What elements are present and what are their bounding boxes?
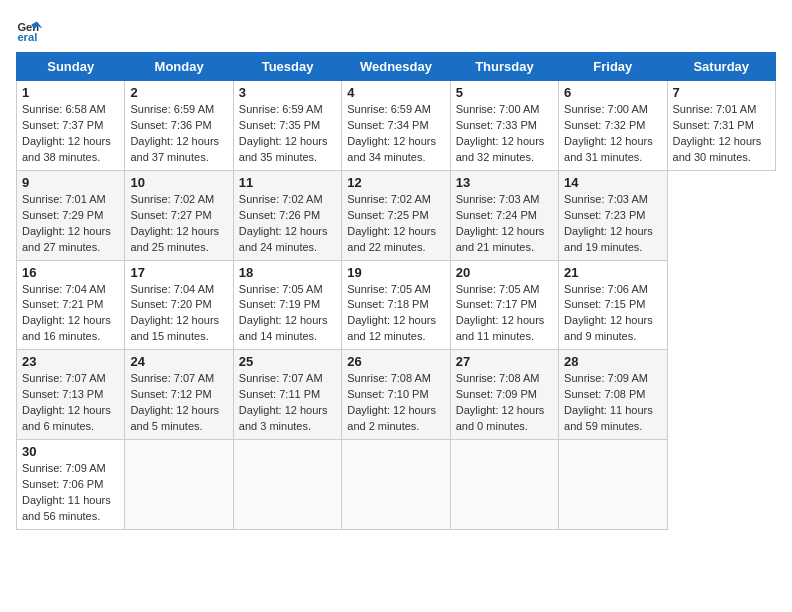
calendar-week-5: 30 Sunrise: 7:09 AM Sunset: 7:06 PM Dayl… [17,440,776,530]
day-number: 21 [564,265,661,280]
day-info: Sunrise: 7:04 AM Sunset: 7:20 PM Dayligh… [130,282,227,346]
day-number: 12 [347,175,444,190]
day-number: 20 [456,265,553,280]
day-info: Sunrise: 7:07 AM Sunset: 7:11 PM Dayligh… [239,371,336,435]
day-cell-6: 6 Sunrise: 7:00 AM Sunset: 7:32 PM Dayli… [559,81,667,171]
calendar-week-3: 16 Sunrise: 7:04 AM Sunset: 7:21 PM Dayl… [17,260,776,350]
dow-header-friday: Friday [559,53,667,81]
day-info: Sunrise: 6:59 AM Sunset: 7:35 PM Dayligh… [239,102,336,166]
day-info: Sunrise: 7:02 AM Sunset: 7:27 PM Dayligh… [130,192,227,256]
day-info: Sunrise: 7:09 AM Sunset: 7:06 PM Dayligh… [22,461,119,525]
day-number: 7 [673,85,770,100]
day-number: 19 [347,265,444,280]
day-cell-25: 25 Sunrise: 7:07 AM Sunset: 7:11 PM Dayl… [233,350,341,440]
day-cell-19: 19 Sunrise: 7:05 AM Sunset: 7:18 PM Dayl… [342,260,450,350]
day-cell-7: 7 Sunrise: 7:01 AM Sunset: 7:31 PM Dayli… [667,81,775,171]
day-cell-26: 26 Sunrise: 7:08 AM Sunset: 7:10 PM Dayl… [342,350,450,440]
day-info: Sunrise: 7:00 AM Sunset: 7:33 PM Dayligh… [456,102,553,166]
day-info: Sunrise: 7:04 AM Sunset: 7:21 PM Dayligh… [22,282,119,346]
day-number: 17 [130,265,227,280]
day-info: Sunrise: 7:00 AM Sunset: 7:32 PM Dayligh… [564,102,661,166]
dow-header-saturday: Saturday [667,53,775,81]
dow-header-sunday: Sunday [17,53,125,81]
day-number: 18 [239,265,336,280]
day-number: 2 [130,85,227,100]
day-info: Sunrise: 7:03 AM Sunset: 7:24 PM Dayligh… [456,192,553,256]
days-of-week-row: SundayMondayTuesdayWednesdayThursdayFrid… [17,53,776,81]
day-cell-23: 23 Sunrise: 7:07 AM Sunset: 7:13 PM Dayl… [17,350,125,440]
calendar-body: 1 Sunrise: 6:58 AM Sunset: 7:37 PM Dayli… [17,81,776,530]
svg-text:eral: eral [17,31,37,43]
day-info: Sunrise: 7:09 AM Sunset: 7:08 PM Dayligh… [564,371,661,435]
day-number: 16 [22,265,119,280]
day-number: 23 [22,354,119,369]
empty-cell [450,440,558,530]
day-cell-1: 1 Sunrise: 6:58 AM Sunset: 7:37 PM Dayli… [17,81,125,171]
day-cell-24: 24 Sunrise: 7:07 AM Sunset: 7:12 PM Dayl… [125,350,233,440]
day-cell-18: 18 Sunrise: 7:05 AM Sunset: 7:19 PM Dayl… [233,260,341,350]
day-cell-27: 27 Sunrise: 7:08 AM Sunset: 7:09 PM Dayl… [450,350,558,440]
day-number: 5 [456,85,553,100]
calendar-week-4: 23 Sunrise: 7:07 AM Sunset: 7:13 PM Dayl… [17,350,776,440]
day-cell-20: 20 Sunrise: 7:05 AM Sunset: 7:17 PM Dayl… [450,260,558,350]
day-info: Sunrise: 7:01 AM Sunset: 7:31 PM Dayligh… [673,102,770,166]
day-number: 26 [347,354,444,369]
dow-header-monday: Monday [125,53,233,81]
calendar-week-1: 1 Sunrise: 6:58 AM Sunset: 7:37 PM Dayli… [17,81,776,171]
day-cell-10: 10 Sunrise: 7:02 AM Sunset: 7:27 PM Dayl… [125,170,233,260]
day-number: 13 [456,175,553,190]
dow-header-tuesday: Tuesday [233,53,341,81]
day-cell-5: 5 Sunrise: 7:00 AM Sunset: 7:33 PM Dayli… [450,81,558,171]
day-info: Sunrise: 7:06 AM Sunset: 7:15 PM Dayligh… [564,282,661,346]
day-info: Sunrise: 7:02 AM Sunset: 7:25 PM Dayligh… [347,192,444,256]
day-number: 11 [239,175,336,190]
day-cell-28: 28 Sunrise: 7:09 AM Sunset: 7:08 PM Dayl… [559,350,667,440]
day-info: Sunrise: 6:59 AM Sunset: 7:36 PM Dayligh… [130,102,227,166]
day-cell-2: 2 Sunrise: 6:59 AM Sunset: 7:36 PM Dayli… [125,81,233,171]
day-info: Sunrise: 7:03 AM Sunset: 7:23 PM Dayligh… [564,192,661,256]
day-number: 27 [456,354,553,369]
dow-header-thursday: Thursday [450,53,558,81]
day-cell-21: 21 Sunrise: 7:06 AM Sunset: 7:15 PM Dayl… [559,260,667,350]
day-number: 10 [130,175,227,190]
empty-cell [233,440,341,530]
calendar-table: SundayMondayTuesdayWednesdayThursdayFrid… [16,52,776,530]
day-number: 14 [564,175,661,190]
day-cell-13: 13 Sunrise: 7:03 AM Sunset: 7:24 PM Dayl… [450,170,558,260]
day-info: Sunrise: 6:59 AM Sunset: 7:34 PM Dayligh… [347,102,444,166]
day-info: Sunrise: 7:05 AM Sunset: 7:19 PM Dayligh… [239,282,336,346]
empty-cell [125,440,233,530]
day-number: 3 [239,85,336,100]
logo-icon: Gen eral [16,16,44,44]
day-cell-14: 14 Sunrise: 7:03 AM Sunset: 7:23 PM Dayl… [559,170,667,260]
day-info: Sunrise: 7:01 AM Sunset: 7:29 PM Dayligh… [22,192,119,256]
day-info: Sunrise: 7:05 AM Sunset: 7:17 PM Dayligh… [456,282,553,346]
day-cell-17: 17 Sunrise: 7:04 AM Sunset: 7:20 PM Dayl… [125,260,233,350]
day-cell-9: 9 Sunrise: 7:01 AM Sunset: 7:29 PM Dayli… [17,170,125,260]
day-cell-12: 12 Sunrise: 7:02 AM Sunset: 7:25 PM Dayl… [342,170,450,260]
day-number: 25 [239,354,336,369]
day-info: Sunrise: 7:02 AM Sunset: 7:26 PM Dayligh… [239,192,336,256]
day-info: Sunrise: 7:08 AM Sunset: 7:10 PM Dayligh… [347,371,444,435]
dow-header-wednesday: Wednesday [342,53,450,81]
day-cell-3: 3 Sunrise: 6:59 AM Sunset: 7:35 PM Dayli… [233,81,341,171]
day-info: Sunrise: 7:08 AM Sunset: 7:09 PM Dayligh… [456,371,553,435]
day-number: 1 [22,85,119,100]
logo: Gen eral [16,16,48,44]
day-number: 6 [564,85,661,100]
calendar-week-2: 9 Sunrise: 7:01 AM Sunset: 7:29 PM Dayli… [17,170,776,260]
day-info: Sunrise: 7:05 AM Sunset: 7:18 PM Dayligh… [347,282,444,346]
day-number: 4 [347,85,444,100]
page-header: Gen eral [16,16,776,44]
empty-cell [559,440,667,530]
day-info: Sunrise: 7:07 AM Sunset: 7:13 PM Dayligh… [22,371,119,435]
day-cell-16: 16 Sunrise: 7:04 AM Sunset: 7:21 PM Dayl… [17,260,125,350]
empty-cell [342,440,450,530]
day-number: 28 [564,354,661,369]
day-number: 24 [130,354,227,369]
day-cell-30: 30 Sunrise: 7:09 AM Sunset: 7:06 PM Dayl… [17,440,125,530]
day-cell-11: 11 Sunrise: 7:02 AM Sunset: 7:26 PM Dayl… [233,170,341,260]
day-info: Sunrise: 6:58 AM Sunset: 7:37 PM Dayligh… [22,102,119,166]
day-number: 9 [22,175,119,190]
day-cell-4: 4 Sunrise: 6:59 AM Sunset: 7:34 PM Dayli… [342,81,450,171]
